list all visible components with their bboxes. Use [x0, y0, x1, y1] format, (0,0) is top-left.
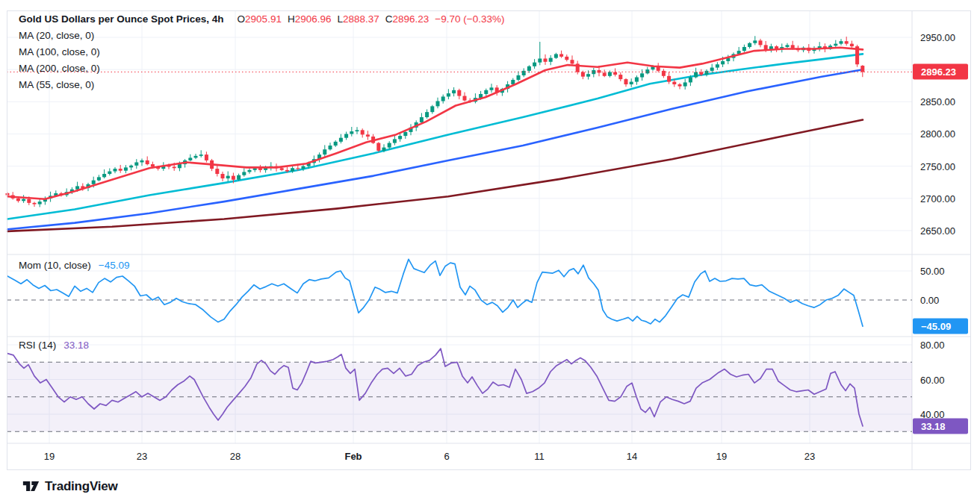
momentum-legend[interactable]: Mom (10, close)−45.09 — [19, 260, 129, 271]
momentum-tick-label: 50.00 — [920, 266, 945, 277]
main-price-pane[interactable] — [7, 10, 912, 254]
rsi-pane[interactable] — [7, 337, 912, 443]
momentum-value-badge: −45.09 — [913, 319, 968, 334]
close-label: C — [385, 13, 393, 25]
time-tick-label: 14 — [627, 451, 637, 462]
high-label: H — [288, 13, 295, 25]
tradingview-chart-window: Gold US Dollars per Ounce Spot Prices, 4… — [0, 0, 980, 503]
time-tick-label: 11 — [534, 451, 545, 462]
last-price-badge: 2896.23 — [913, 64, 968, 80]
rsi-legend[interactable]: RSI (14)33.18 — [19, 340, 89, 351]
rsi-legend-label: RSI (14) — [19, 340, 56, 351]
ma20-legend[interactable]: MA (20, close, 0) — [19, 30, 94, 41]
momentum-pane[interactable] — [7, 254, 912, 337]
rsi-tick-label: 60.00 — [920, 374, 945, 385]
time-tick-label: 23 — [804, 451, 815, 462]
rsi-tick-label: 80.00 — [920, 340, 945, 351]
symbol-title: Gold US Dollars per Ounce Spot Prices, 4… — [19, 13, 224, 25]
price-tick-label: 2800.00 — [920, 128, 955, 140]
close-value: 2896.23 — [393, 13, 429, 25]
ma200-legend[interactable]: MA (200, close, 0) — [19, 63, 100, 74]
ma55-legend[interactable]: MA (55, close, 0) — [19, 79, 94, 90]
price-tick-label: 2650.00 — [920, 225, 955, 236]
momentum-legend-value: −45.09 — [99, 260, 130, 271]
open-label: O — [238, 13, 246, 25]
open-value: 2905.91 — [245, 13, 282, 25]
tradingview-wordmark: TradingView — [45, 479, 118, 494]
time-tick-label: 19 — [44, 451, 55, 462]
tradingview-logo[interactable]: TradingView — [22, 478, 118, 494]
price-tick-label: 2850.00 — [920, 96, 955, 107]
time-tick-label: 28 — [230, 451, 241, 462]
low-label: L — [337, 13, 343, 25]
change-value: −9.70 (−0.33%) — [435, 13, 504, 25]
ma100-legend[interactable]: MA (100, close, 0) — [19, 46, 100, 57]
price-tick-label: 2750.00 — [920, 160, 955, 172]
price-tick-label: 2950.00 — [920, 32, 955, 43]
symbol-header[interactable]: Gold US Dollars per Ounce Spot Prices, 4… — [19, 13, 504, 25]
time-tick-label: Feb — [344, 451, 362, 462]
rsi-value-badge: 33.18 — [913, 418, 968, 434]
time-tick-label: 23 — [137, 451, 147, 462]
time-tick-label: 19 — [716, 451, 727, 462]
tradingview-logo-icon — [22, 478, 40, 494]
price-tick-label: 2700.00 — [920, 193, 955, 204]
low-value: 2888.37 — [343, 13, 379, 25]
time-tick-label: 6 — [444, 451, 449, 462]
high-value: 2906.96 — [295, 13, 332, 25]
momentum-tick-label: 0.00 — [920, 295, 939, 306]
momentum-legend-label: Mom (10, close) — [19, 260, 91, 271]
rsi-legend-value: 33.18 — [63, 340, 89, 351]
